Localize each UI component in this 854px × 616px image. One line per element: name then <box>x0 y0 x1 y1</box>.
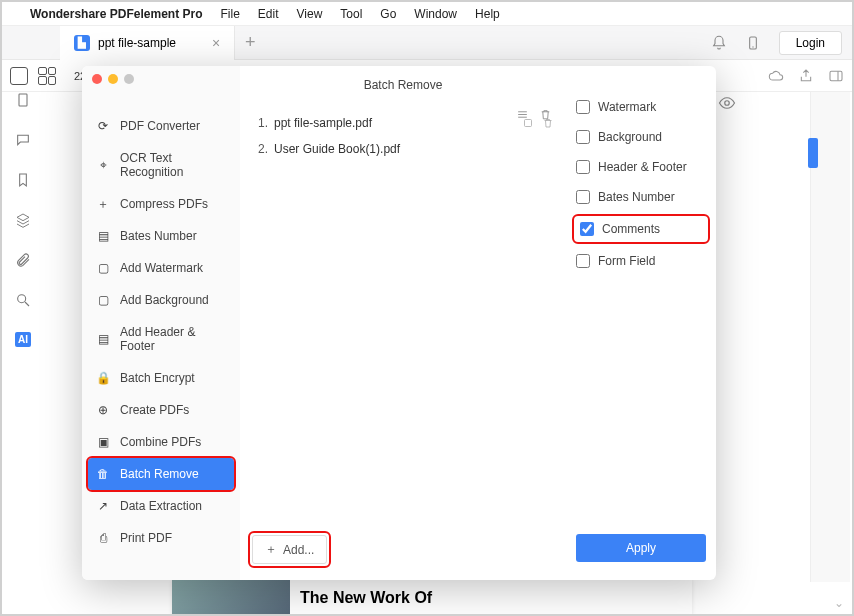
right-panel-handle[interactable] <box>808 138 818 168</box>
file-name: ppt file-sample.pdf <box>274 116 516 130</box>
svg-point-6 <box>18 295 26 303</box>
login-button[interactable]: Login <box>779 31 842 55</box>
clear-list-icon[interactable] <box>539 108 552 121</box>
svg-rect-2 <box>830 71 842 80</box>
close-tab-icon[interactable]: × <box>212 35 220 51</box>
menu-go[interactable]: Go <box>380 7 396 21</box>
file-row[interactable]: 2. User Guide Book(1).pdf <box>252 136 554 162</box>
file-name: User Guide Book(1).pdf <box>274 142 554 156</box>
menu-edit[interactable]: Edit <box>258 7 279 21</box>
menu-help[interactable]: Help <box>475 7 500 21</box>
sidebar-toggle-icon[interactable] <box>10 67 28 85</box>
apply-button[interactable]: Apply <box>576 534 706 562</box>
document-tab-bar: ▙ ppt file-sample × + Login <box>2 26 852 60</box>
zoom-window-icon[interactable] <box>124 74 134 84</box>
sidebar-item-compress[interactable]: ＋Compress PDFs <box>82 188 240 220</box>
sidebar-item-print[interactable]: ⎙Print PDF <box>82 522 240 554</box>
panel-icon[interactable] <box>828 68 844 84</box>
bell-icon[interactable] <box>711 35 727 51</box>
sidebar-item-watermark[interactable]: ▢Add Watermark <box>82 252 240 284</box>
svg-rect-5 <box>19 94 27 106</box>
comment-rail-icon[interactable] <box>15 132 31 148</box>
thumbnails-icon[interactable] <box>38 67 56 85</box>
app-name[interactable]: Wondershare PDFelement Pro <box>30 7 203 21</box>
background-document: The New Work Of <box>172 580 692 616</box>
sidebar-item-combine[interactable]: ▣Combine PDFs <box>82 426 240 458</box>
file-list: 1. ppt file-sample.pdf 2. User Guide Boo… <box>252 110 554 162</box>
document-tab[interactable]: ▙ ppt file-sample × <box>60 26 235 60</box>
layers-icon[interactable] <box>15 212 31 228</box>
batch-sidebar: ⟳PDF Converter ⌖OCR Text Recognition ＋Co… <box>82 66 240 580</box>
menu-window[interactable]: Window <box>414 7 457 21</box>
file-list-tools <box>516 108 552 121</box>
sidebar-item-bates[interactable]: ▤Bates Number <box>82 220 240 252</box>
ai-badge-icon[interactable]: AI <box>15 332 31 347</box>
document-tab-title: ppt file-sample <box>98 36 176 50</box>
page-icon[interactable] <box>15 92 31 108</box>
option-background[interactable]: Background <box>576 128 706 146</box>
sidebar-item-encrypt[interactable]: 🔒Batch Encrypt <box>82 362 240 394</box>
menu-tool[interactable]: Tool <box>340 7 362 21</box>
sidebar-item-header-footer[interactable]: ▤Add Header & Footer <box>82 316 240 362</box>
option-comments[interactable]: Comments <box>580 220 702 238</box>
menu-file[interactable]: File <box>221 7 240 21</box>
dialog-title: Batch Remove <box>252 74 554 110</box>
sidebar-item-create[interactable]: ⊕Create PDFs <box>82 394 240 426</box>
cloud-icon[interactable] <box>768 68 784 84</box>
background-headline: The New Work Of <box>290 589 432 607</box>
mac-menu-bar: Wondershare PDFelement Pro File Edit Vie… <box>2 2 852 26</box>
new-tab-button[interactable]: + <box>235 32 265 53</box>
bookmark-icon[interactable] <box>15 172 31 188</box>
share-icon[interactable] <box>798 68 814 84</box>
plus-icon: ＋ <box>265 541 277 558</box>
batch-file-area: Batch Remove 1. ppt file-sample.pdf 2. U… <box>240 66 566 580</box>
add-file-button[interactable]: ＋ Add... <box>252 535 327 564</box>
option-bates-number[interactable]: Bates Number <box>576 188 706 206</box>
batch-options: Watermark Background Header & Footer Bat… <box>566 66 716 580</box>
window-traffic-lights <box>92 74 134 84</box>
menu-view[interactable]: View <box>297 7 323 21</box>
eye-icon[interactable] <box>718 94 736 116</box>
app-logo-icon: ▙ <box>74 35 90 51</box>
svg-line-7 <box>25 302 29 306</box>
expand-chevron-icon[interactable]: ⌄ <box>834 596 848 610</box>
sidebar-item-batch-remove[interactable]: 🗑Batch Remove <box>88 458 234 490</box>
option-header-footer[interactable]: Header & Footer <box>576 158 706 176</box>
batch-dialog: ⟳PDF Converter ⌖OCR Text Recognition ＋Co… <box>82 66 716 580</box>
sidebar-item-background[interactable]: ▢Add Background <box>82 284 240 316</box>
svg-point-4 <box>725 101 730 106</box>
sidebar-item-pdf-converter[interactable]: ⟳PDF Converter <box>82 110 240 142</box>
attachment-icon[interactable] <box>15 252 31 268</box>
list-view-icon[interactable] <box>516 108 529 121</box>
option-form-field[interactable]: Form Field <box>576 252 706 270</box>
minimize-window-icon[interactable] <box>108 74 118 84</box>
sidebar-item-ocr[interactable]: ⌖OCR Text Recognition <box>82 142 240 188</box>
file-row[interactable]: 1. ppt file-sample.pdf <box>252 110 554 136</box>
close-window-icon[interactable] <box>92 74 102 84</box>
option-watermark[interactable]: Watermark <box>576 98 706 116</box>
left-rail: AI <box>5 92 41 347</box>
mobile-icon[interactable] <box>745 35 761 51</box>
sidebar-item-data-extraction[interactable]: ↗Data Extraction <box>82 490 240 522</box>
search-rail-icon[interactable] <box>15 292 31 308</box>
